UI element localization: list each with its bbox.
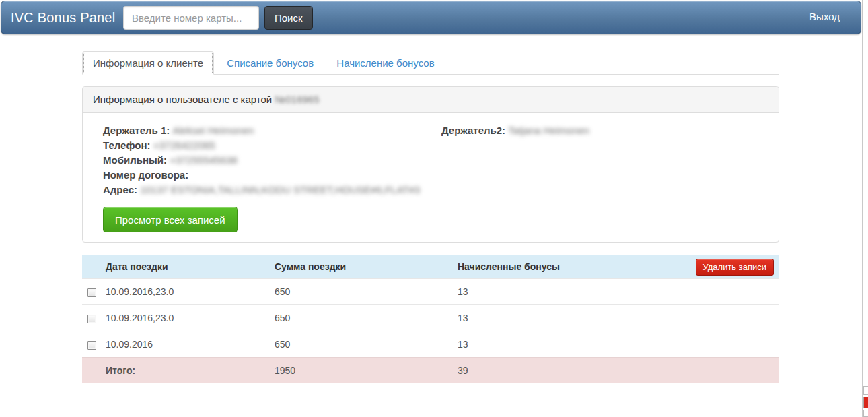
main-container: Информация о клиенте Списание бонусов На… <box>82 51 779 383</box>
trip-sum: 650 <box>269 305 452 331</box>
panel-header-text: Информация о пользователе с картой <box>93 94 272 105</box>
field-holder1-value: Aleksei Heimonen <box>172 125 254 136</box>
trip-date: 10.09.2016 <box>100 331 269 358</box>
field-mobile-value: +37255545638 <box>170 154 238 166</box>
tab-bar: Информация о клиенте Списание бонусов На… <box>82 51 779 75</box>
row-checkbox[interactable] <box>87 315 96 323</box>
field-holder2-value: Tatjana Heimonen <box>508 125 589 136</box>
field-holder2: Держатель2: Tatjana Heimonen <box>441 123 589 138</box>
trip-sum: 650 <box>269 331 452 358</box>
field-phone-value: +3726422065 <box>153 139 215 151</box>
trip-bonus: 13 <box>452 305 674 331</box>
trip-bonus: 13 <box>452 331 674 358</box>
table-row: 10.09.2016,23.0 650 13 <box>82 279 779 305</box>
trip-bonus: 13 <box>452 279 674 305</box>
delete-records-button[interactable]: Удалить записи <box>696 259 774 276</box>
field-phone: Телефон: +3726422065 <box>103 138 758 153</box>
total-label: Итого: <box>100 358 269 384</box>
field-address-value: 10137 ESTONIA,TALLINN,KODU STREET,HOUSE#… <box>140 184 420 195</box>
trip-date: 10.09.2016,23.0 <box>100 305 269 331</box>
field-holder2-label: Держатель2: <box>441 125 505 136</box>
table-row: 10.09.2016 650 13 <box>82 331 779 358</box>
column-header-trip-sum: Сумма поездки <box>269 255 452 279</box>
field-phone-label: Телефон: <box>103 139 151 151</box>
navbar: IVC Bonus Panel Поиск Выход <box>1 1 861 34</box>
header-checkbox-spacer <box>82 255 100 279</box>
trips-table-header-row: Дата поездки Сумма поездки Начисленные б… <box>82 255 779 279</box>
user-info-panel: Информация о пользователе с картой №0169… <box>82 86 779 243</box>
table-row: 10.09.2016,23.0 650 13 <box>82 305 779 331</box>
view-all-records-button[interactable]: Просмотр всех записей <box>103 207 238 232</box>
row-checkbox[interactable] <box>87 341 96 350</box>
trip-date: 10.09.2016,23.0 <box>100 279 269 305</box>
field-contract-number: Номер договора: <box>103 168 758 183</box>
edge-fragment-red <box>863 397 868 408</box>
card-number-search-input[interactable] <box>123 6 259 30</box>
card-number-blurred: №016965 <box>275 94 319 105</box>
total-bonus: 39 <box>452 358 674 384</box>
field-contract-number-label: Номер договора: <box>103 169 188 181</box>
field-mobile-label: Мобильный: <box>103 154 167 166</box>
field-address: Адрес: 10137 ESTONIA,TALLINN,KODU STREET… <box>103 183 758 197</box>
edge-fragment <box>863 386 868 395</box>
field-address-label: Адрес: <box>103 184 137 195</box>
field-holder1-label: Держатель 1: <box>103 125 170 136</box>
field-mobile: Мобильный: +37255545638 <box>103 153 758 168</box>
trips-table: Дата поездки Сумма поездки Начисленные б… <box>82 255 779 383</box>
total-sum: 1950 <box>269 358 452 384</box>
column-header-accrued-bonuses: Начисленные бонусы <box>452 255 674 279</box>
logout-link[interactable]: Выход <box>809 11 840 22</box>
field-holder1: Держатель 1: Aleksei Heimonen <box>103 123 758 138</box>
trip-sum: 650 <box>269 279 452 305</box>
total-row: Итого: 1950 39 <box>82 358 779 384</box>
tab-bonus-writeoff[interactable]: Списание бонусов <box>217 52 324 74</box>
column-header-trip-date: Дата поездки <box>100 255 269 279</box>
header-actions-cell: Удалить записи <box>674 255 779 279</box>
edge-fragment <box>863 410 868 417</box>
user-info-panel-header: Информация о пользователе с картой №0169… <box>83 87 779 113</box>
app-title: IVC Bonus Panel <box>11 10 115 26</box>
search-button[interactable]: Поиск <box>264 6 313 30</box>
window-edge-line <box>862 0 863 417</box>
user-info-panel-body: Держатель 1: Aleksei Heimonen Телефон: +… <box>83 113 779 242</box>
tab-bonus-accrual[interactable]: Начисление бонусов <box>326 52 444 74</box>
tab-client-info[interactable]: Информация о клиенте <box>82 51 214 75</box>
row-checkbox[interactable] <box>87 288 96 297</box>
